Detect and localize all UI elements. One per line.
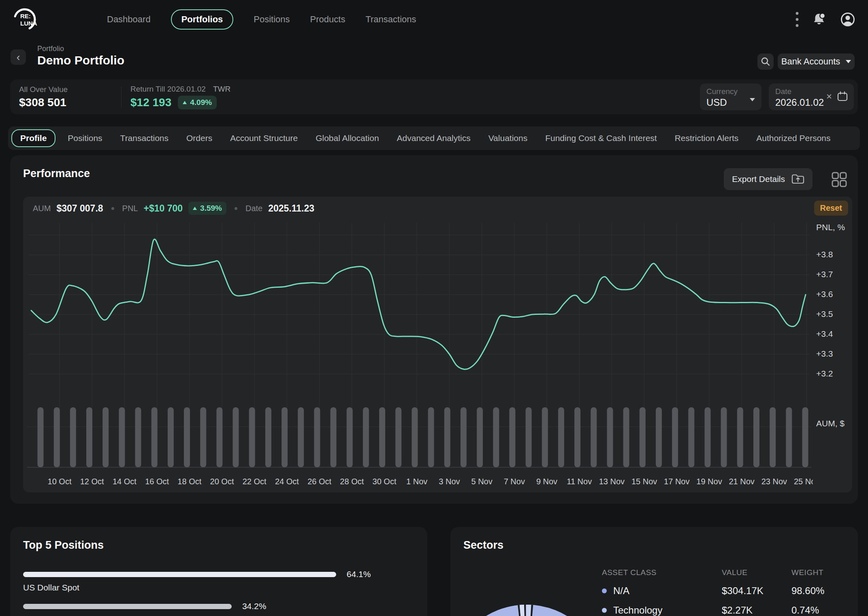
aum-label: AUM bbox=[33, 204, 51, 213]
all-over-value: $308 501 bbox=[19, 96, 121, 109]
performance-chart[interactable]: 10 Oct12 Oct14 Oct16 Oct18 Oct20 Oct22 O… bbox=[23, 220, 813, 492]
svg-text:9 Nov: 9 Nov bbox=[536, 477, 557, 486]
sector-weight: 0.74% bbox=[791, 605, 858, 616]
layout-grid-button[interactable] bbox=[831, 171, 847, 189]
grid-icon bbox=[831, 171, 847, 188]
position-bar bbox=[23, 604, 232, 609]
position-pct: 64.1% bbox=[347, 569, 371, 579]
pnl-pct-badge: 3.59% bbox=[188, 202, 226, 215]
tab-profile[interactable]: Profile bbox=[11, 129, 55, 147]
sectors-col-value: VALUE bbox=[722, 568, 791, 577]
top-icons bbox=[795, 11, 856, 28]
sector-name: N/A bbox=[602, 585, 722, 597]
position-label: US Dollar Spot bbox=[23, 583, 414, 592]
svg-text:21 Nov: 21 Nov bbox=[729, 477, 755, 486]
pnl-tick-label: +3.7 bbox=[816, 270, 833, 279]
tab-account-structure[interactable]: Account Structure bbox=[230, 133, 298, 143]
more-options-button[interactable] bbox=[795, 11, 799, 28]
reset-button[interactable]: Reset bbox=[814, 201, 848, 216]
tab-transactions[interactable]: Transactions bbox=[120, 133, 168, 143]
twr-label: TWR bbox=[213, 85, 230, 94]
aum-value: $307 007.8 bbox=[56, 203, 103, 214]
svg-text:10 Oct: 10 Oct bbox=[48, 477, 72, 486]
chevron-down-icon bbox=[750, 98, 755, 101]
tab-orders[interactable]: Orders bbox=[186, 133, 212, 143]
top-navigation: RE: LUNA DashboardPortfoliosPositionsPro… bbox=[0, 0, 868, 39]
tab-authorized-persons[interactable]: Authorized Persons bbox=[756, 133, 830, 143]
svg-text:5 Nov: 5 Nov bbox=[471, 477, 492, 486]
svg-text:15 Nov: 15 Nov bbox=[631, 477, 657, 486]
top-positions-list: 64.1%US Dollar Spot34.2%Euro Spot bbox=[23, 569, 414, 616]
sector-name: Technology bbox=[602, 605, 722, 616]
search-icon bbox=[761, 57, 770, 66]
nav-item-transactions[interactable]: Transactions bbox=[365, 14, 416, 25]
performance-card: Performance Export Details AUM $307 007.… bbox=[10, 155, 858, 504]
top-positions-card: Top 5 Positions 64.1%US Dollar Spot34.2%… bbox=[10, 527, 427, 616]
svg-text:24 Oct: 24 Oct bbox=[275, 477, 299, 486]
currency-label: Currency bbox=[706, 87, 755, 96]
arrow-up-icon bbox=[183, 101, 187, 104]
user-avatar-icon bbox=[840, 11, 856, 28]
aum-axis-title: AUM, $ bbox=[816, 419, 845, 428]
tab-valuations[interactable]: Valuations bbox=[488, 133, 528, 143]
currency-selector[interactable]: Currency USD bbox=[700, 83, 761, 110]
main-nav: DashboardPortfoliosPositionsProductsTran… bbox=[107, 9, 416, 30]
pnl-axis-title: PNL, % bbox=[816, 222, 845, 232]
performance-chart-panel: AUM $307 007.8 PNL +$10 700 3.59% Date 2… bbox=[23, 197, 852, 492]
clear-date-icon[interactable]: × bbox=[826, 92, 832, 101]
nav-item-dashboard[interactable]: Dashboard bbox=[107, 14, 151, 25]
pnl-tick-label: +3.3 bbox=[816, 349, 833, 359]
dot-separator bbox=[111, 207, 114, 210]
tab-advanced-analytics[interactable]: Advanced Analytics bbox=[397, 133, 471, 143]
tab-positions[interactable]: Positions bbox=[68, 133, 102, 143]
currency-value: USD bbox=[706, 97, 755, 108]
pnl-tick-label: +3.8 bbox=[816, 250, 833, 259]
all-over-value-label: All Over Value bbox=[19, 85, 121, 94]
svg-text:26 Oct: 26 Oct bbox=[307, 477, 331, 486]
search-button[interactable] bbox=[757, 53, 774, 70]
back-button[interactable]: ‹ bbox=[11, 49, 26, 65]
tab-funding-cost-cash-interest[interactable]: Funding Cost & Cash Interest bbox=[545, 133, 657, 143]
nav-item-positions[interactable]: Positions bbox=[254, 14, 290, 25]
pnl-value: +$10 700 bbox=[143, 203, 183, 214]
pnl-tick-label: +3.4 bbox=[816, 329, 833, 339]
brand-logo-icon: RE: LUNA bbox=[12, 7, 37, 32]
chevron-down-icon bbox=[846, 60, 851, 63]
svg-text:20 Oct: 20 Oct bbox=[210, 477, 234, 486]
sector-weight: 98.60% bbox=[791, 585, 858, 597]
svg-text:LUNA: LUNA bbox=[20, 20, 37, 27]
return-label: Return Till 2026.01.02 bbox=[130, 85, 206, 94]
stats-bar: All Over Value $308 501 Return Till 2026… bbox=[10, 79, 858, 114]
svg-text:3 Nov: 3 Nov bbox=[439, 477, 460, 486]
svg-text:17 Nov: 17 Nov bbox=[664, 477, 689, 486]
svg-text:14 Oct: 14 Oct bbox=[113, 477, 136, 486]
svg-text:16 Oct: 16 Oct bbox=[145, 477, 169, 486]
calendar-icon[interactable] bbox=[837, 91, 848, 102]
nav-item-portfolios[interactable]: Portfolios bbox=[171, 9, 234, 30]
tab-restriction-alerts[interactable]: Restriction Alerts bbox=[675, 133, 739, 143]
export-folder-icon bbox=[791, 173, 804, 185]
svg-text:28 Oct: 28 Oct bbox=[340, 477, 364, 486]
portfolio-tabs: ProfilePositionsTransactionsOrdersAccoun… bbox=[8, 126, 860, 150]
bank-accounts-label: Bank Accounts bbox=[781, 56, 840, 67]
svg-text:30 Oct: 30 Oct bbox=[373, 477, 397, 486]
position-bar bbox=[23, 572, 336, 577]
sectors-donut-chart[interactable] bbox=[450, 563, 612, 616]
sector-dot-icon bbox=[602, 608, 607, 613]
return-value: $12 193 bbox=[130, 96, 171, 109]
nav-item-products[interactable]: Products bbox=[310, 14, 345, 25]
svg-text:1 Nov: 1 Nov bbox=[406, 477, 427, 486]
brand-logo[interactable]: RE: LUNA bbox=[12, 7, 37, 32]
bank-accounts-dropdown[interactable]: Bank Accounts bbox=[778, 53, 855, 70]
tab-global-allocation[interactable]: Global Allocation bbox=[316, 133, 379, 143]
svg-text:19 Nov: 19 Nov bbox=[696, 477, 722, 486]
sector-value: $2.27K bbox=[722, 605, 791, 616]
profile-button[interactable] bbox=[840, 11, 856, 28]
date-picker[interactable]: Date 2026.01.02 × bbox=[769, 83, 854, 110]
top-positions-title: Top 5 Positions bbox=[23, 539, 414, 552]
performance-title: Performance bbox=[23, 167, 90, 180]
sectors-title: Sectors bbox=[463, 539, 503, 552]
breadcrumb: Portfolio bbox=[37, 45, 64, 53]
export-details-button[interactable]: Export Details bbox=[724, 168, 813, 190]
notifications-button[interactable] bbox=[811, 11, 827, 28]
